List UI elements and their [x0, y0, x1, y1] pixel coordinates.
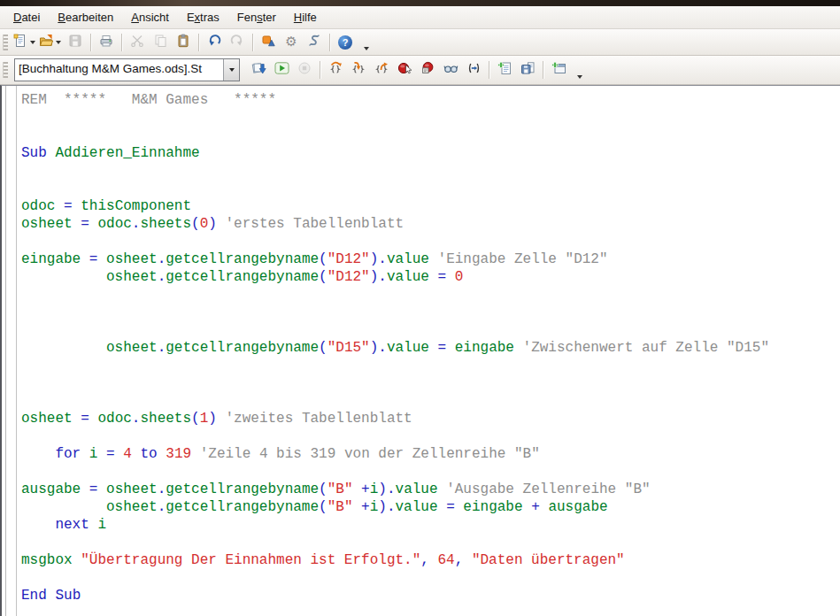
- enable-watch-button[interactable]: [440, 59, 461, 81]
- help-icon: ?: [338, 35, 352, 50]
- code-line: osheet = odoc.sheets(1) 'zweites Tabelle…: [21, 410, 840, 427]
- stop-button[interactable]: [294, 59, 315, 81]
- code-line: eingabe = osheet.getcellrangebyname("D12…: [21, 250, 840, 268]
- code-line: [21, 109, 840, 127]
- print-icon: [99, 34, 113, 51]
- paste-button[interactable]: [173, 32, 194, 53]
- code-line: [21, 569, 840, 587]
- code-line: [21, 321, 840, 339]
- code-line: [21, 286, 840, 304]
- code-line: odoc = thisComponent: [21, 197, 840, 215]
- paste-icon: [176, 34, 190, 51]
- menu-datei[interactable]: Datei: [4, 8, 49, 27]
- code-line: [21, 463, 840, 481]
- toolbar-separator: [489, 61, 489, 79]
- new-module-button[interactable]: [13, 32, 37, 53]
- menu-bearbeiten[interactable]: Bearbeiten: [49, 8, 122, 27]
- menu-ansicht[interactable]: Ansicht: [122, 8, 178, 27]
- print-button[interactable]: [96, 32, 117, 53]
- open-folder-icon: [39, 34, 53, 51]
- insert-dialog-button[interactable]: [548, 59, 569, 81]
- toolbar-separator: [121, 34, 122, 51]
- breakpoint-icon: [397, 61, 412, 79]
- save-source-button[interactable]: [517, 59, 538, 81]
- code-editor: REM ***** M&M Games ***** Sub Addieren_E…: [0, 85, 840, 616]
- basic-ide-window: DateiBearbeitenAnsichtExtrasFensterHilfe: [0, 0, 840, 616]
- toolbar-separator: [252, 34, 253, 51]
- toolbar-separator: [329, 34, 330, 51]
- code-line: osheet = odoc.sheets(0) 'erstes Tabellen…: [21, 215, 840, 233]
- code-line: ausgabe = osheet.getcellrangebyname("B" …: [21, 481, 840, 498]
- overflow-caret-icon: [364, 47, 369, 50]
- library-selector-dropdown-button[interactable]: [223, 59, 239, 81]
- code-line: [21, 233, 840, 250]
- toolbar-separator: [320, 61, 320, 79]
- settings-button[interactable]: ⚙: [281, 32, 302, 53]
- copy-button[interactable]: [150, 32, 171, 53]
- macro-script-icon: [307, 34, 321, 51]
- select-button[interactable]: [258, 32, 279, 53]
- manage-breakpoints-icon: [420, 61, 435, 79]
- code-line: Sub Addieren_Einnahme: [21, 144, 840, 162]
- stop-icon: [297, 61, 312, 79]
- watch-glasses-icon: [443, 61, 459, 79]
- gear-icon: ⚙: [285, 35, 297, 49]
- cut-button[interactable]: [127, 32, 148, 53]
- menu-fenster[interactable]: Fenster: [228, 8, 285, 27]
- manage-breakpoints-button[interactable]: [417, 59, 438, 81]
- procedure-step-button[interactable]: [325, 59, 346, 81]
- toolbar-standard: ⚙ ?: [0, 29, 840, 56]
- insert-module-button[interactable]: [494, 59, 515, 81]
- code-line: [21, 162, 840, 180]
- code-line: osheet.getcellrangebyname("B" +i).value …: [21, 498, 840, 516]
- toolbar-grip[interactable]: [3, 62, 8, 78]
- new-dropdown-caret[interactable]: [30, 41, 35, 44]
- menu-hilfe[interactable]: Hilfe: [285, 8, 326, 27]
- code-line: [21, 357, 840, 374]
- code-line: for i = 4 to 319 'Zeile 4 bis 319 von de…: [21, 445, 840, 463]
- code-line: REM ***** M&M Games *****: [21, 91, 840, 109]
- toolbar-separator: [90, 34, 91, 51]
- desktop-strip: [0, 0, 840, 6]
- save-icon: [68, 34, 82, 51]
- code-area[interactable]: REM ***** M&M Games ***** Sub Addieren_E…: [17, 86, 840, 616]
- code-line: osheet.getcellrangebyname("D12").value =…: [21, 268, 840, 286]
- code-line: next i: [21, 516, 840, 534]
- toolbar-macro: [Buchhaltung M&M Games.ods].St: [0, 56, 840, 85]
- breakpoint-button[interactable]: [394, 59, 415, 81]
- step-into-icon: [351, 61, 366, 79]
- copy-icon: [153, 34, 167, 51]
- save-button[interactable]: [65, 32, 86, 53]
- insert-module-icon: [497, 61, 512, 79]
- redo-icon: [230, 34, 244, 51]
- redo-button[interactable]: [227, 32, 248, 53]
- code-line: [21, 304, 840, 321]
- toolbar-overflow-button[interactable]: [360, 31, 372, 53]
- macros-button[interactable]: [304, 32, 325, 53]
- menu-bar: DateiBearbeitenAnsichtExtrasFensterHilfe: [0, 6, 840, 29]
- step-out-icon: [374, 61, 389, 79]
- code-line: [21, 427, 840, 445]
- menu-extras[interactable]: Extras: [178, 8, 228, 27]
- step-out-button[interactable]: [371, 59, 392, 81]
- compile-button[interactable]: [248, 59, 269, 81]
- toolbar-grip[interactable]: [3, 35, 8, 50]
- code-line: [21, 180, 840, 197]
- find-parentheses-button[interactable]: [463, 59, 484, 81]
- code-line: [21, 127, 840, 144]
- open-dropdown-caret[interactable]: [56, 41, 61, 44]
- toolbar-overflow-button[interactable]: [574, 59, 585, 81]
- step-over-icon: [328, 61, 343, 79]
- single-step-button[interactable]: [348, 59, 369, 81]
- undo-icon: [207, 34, 221, 51]
- overflow-caret-icon: [577, 75, 582, 79]
- code-line: End Sub: [21, 587, 840, 604]
- compile-icon: [251, 61, 266, 79]
- undo-button[interactable]: [204, 32, 225, 53]
- help-button[interactable]: ?: [335, 32, 356, 53]
- open-button[interactable]: [39, 32, 63, 53]
- breakpoint-gutter[interactable]: [6, 86, 17, 616]
- code-line: [21, 392, 840, 410]
- run-button[interactable]: [271, 59, 292, 81]
- library-selector[interactable]: [Buchhaltung M&M Games.ods].St: [14, 58, 240, 81]
